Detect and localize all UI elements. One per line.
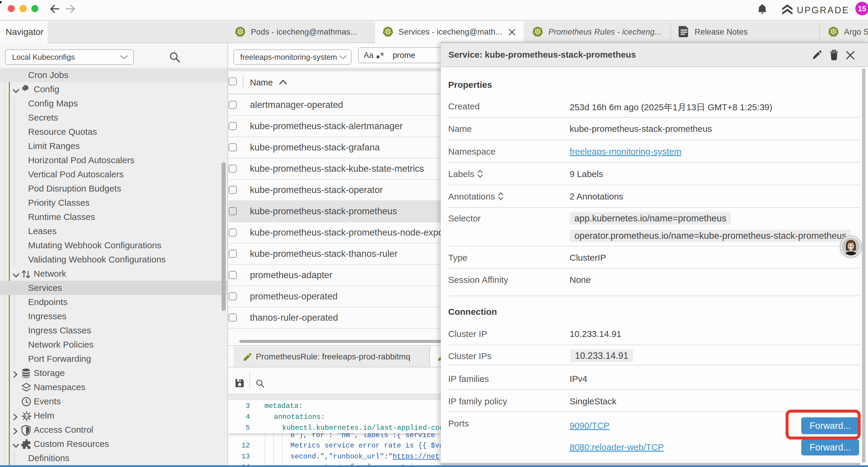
svg-text:*: * [380, 50, 384, 60]
svg-text:HELM: HELM [23, 415, 30, 418]
